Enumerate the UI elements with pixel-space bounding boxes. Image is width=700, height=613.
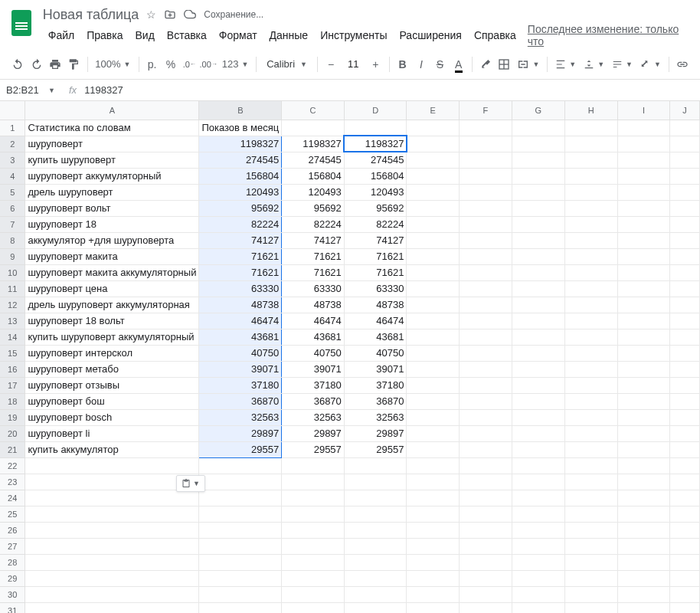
cell[interactable] [670, 313, 700, 329]
column-header[interactable]: B [199, 101, 282, 120]
row-header[interactable]: 2 [0, 136, 25, 152]
column-header[interactable]: A [25, 101, 199, 120]
cell[interactable]: дрель шуруповерт аккумуляторная [25, 297, 199, 313]
cell[interactable] [512, 152, 564, 168]
cell[interactable] [564, 200, 617, 216]
cell[interactable] [460, 554, 512, 570]
cell[interactable] [344, 506, 407, 522]
cell[interactable] [344, 538, 407, 554]
cell[interactable] [512, 457, 564, 474]
move-icon[interactable] [164, 8, 176, 21]
cell[interactable] [282, 120, 345, 136]
cell[interactable]: 95692 [344, 200, 407, 216]
cell[interactable] [407, 329, 460, 345]
row-header[interactable]: 3 [0, 152, 25, 168]
cell[interactable] [282, 602, 345, 613]
cell[interactable] [564, 554, 617, 570]
cell[interactable] [25, 586, 199, 602]
cell[interactable]: 39071 [344, 361, 407, 377]
cell[interactable] [407, 377, 460, 393]
last-edit-link[interactable]: Последнее изменение: только что [528, 23, 694, 48]
cell[interactable] [670, 538, 700, 554]
cell[interactable]: 82224 [199, 216, 282, 232]
cell[interactable] [617, 152, 669, 168]
cell[interactable] [460, 216, 512, 232]
cell[interactable] [670, 522, 700, 538]
cell[interactable] [617, 232, 669, 248]
cell[interactable] [344, 522, 407, 538]
cell[interactable] [512, 280, 564, 297]
cell[interactable] [407, 522, 460, 538]
row-header[interactable]: 8 [0, 232, 25, 248]
menu-item-файл[interactable]: Файл [43, 26, 80, 44]
cell[interactable]: 71621 [344, 264, 407, 280]
cell[interactable] [460, 120, 512, 136]
cell[interactable] [617, 280, 669, 297]
column-header[interactable]: C [282, 101, 345, 120]
cell[interactable] [407, 506, 460, 522]
cell[interactable] [564, 393, 617, 409]
cell[interactable] [25, 506, 199, 522]
cell[interactable] [460, 280, 512, 297]
cell[interactable] [617, 345, 669, 361]
cell[interactable]: 43681 [344, 329, 407, 345]
select-all-corner[interactable] [0, 101, 25, 120]
print-button[interactable] [47, 54, 64, 75]
cell[interactable] [617, 216, 669, 232]
cell[interactable]: шуруповерт бош [25, 393, 199, 409]
cell[interactable] [199, 570, 282, 586]
cell[interactable]: 63330 [344, 280, 407, 297]
spreadsheet-grid[interactable]: ABCDEFGHIJ1Статистика по словамПоказов в… [0, 101, 700, 613]
cell[interactable] [512, 538, 564, 554]
cell[interactable] [460, 602, 512, 613]
cell[interactable]: 36870 [344, 393, 407, 409]
cell[interactable]: 37180 [199, 377, 282, 393]
cell[interactable] [512, 216, 564, 232]
cell[interactable] [670, 120, 700, 136]
cell[interactable] [564, 216, 617, 232]
cell[interactable] [617, 457, 669, 474]
cell[interactable] [617, 393, 669, 409]
cell[interactable] [512, 425, 564, 441]
cell[interactable] [460, 232, 512, 248]
row-header[interactable]: 4 [0, 168, 25, 184]
cell[interactable] [460, 490, 512, 506]
cell[interactable]: 74127 [282, 232, 345, 248]
cell[interactable]: 156804 [199, 168, 282, 184]
cell[interactable] [407, 280, 460, 297]
cell[interactable] [617, 168, 669, 184]
cell[interactable] [512, 136, 564, 152]
column-header[interactable]: H [564, 101, 617, 120]
cell[interactable]: 48738 [344, 297, 407, 313]
cell[interactable] [199, 538, 282, 554]
cell[interactable] [512, 490, 564, 506]
cell[interactable] [460, 313, 512, 329]
redo-button[interactable] [28, 54, 44, 75]
rotate-button[interactable]: ▼ [637, 55, 664, 74]
cell[interactable] [25, 490, 199, 506]
cell[interactable]: 32563 [344, 409, 407, 425]
cell[interactable]: 63330 [282, 280, 345, 297]
cell[interactable]: шуруповерт li [25, 425, 199, 441]
cell[interactable] [512, 264, 564, 280]
cell[interactable] [564, 425, 617, 441]
cell[interactable] [512, 168, 564, 184]
merge-button[interactable]: ▼ [514, 55, 542, 74]
cell[interactable]: 46474 [344, 313, 407, 329]
cell[interactable] [512, 248, 564, 264]
cell[interactable] [617, 538, 669, 554]
cell[interactable] [460, 425, 512, 441]
cell[interactable] [670, 570, 700, 586]
menu-item-данные[interactable]: Данные [264, 26, 314, 44]
cell[interactable]: шуруповерт 18 вольт [25, 313, 199, 329]
row-header[interactable]: 17 [0, 377, 25, 393]
cell[interactable] [282, 490, 345, 506]
cell[interactable] [670, 586, 700, 602]
cell[interactable] [407, 490, 460, 506]
cell[interactable] [25, 570, 199, 586]
cell[interactable] [25, 457, 199, 474]
cell[interactable] [564, 248, 617, 264]
cell[interactable] [282, 474, 345, 490]
menu-item-инструменты[interactable]: Инструменты [315, 26, 392, 44]
cell[interactable] [564, 586, 617, 602]
